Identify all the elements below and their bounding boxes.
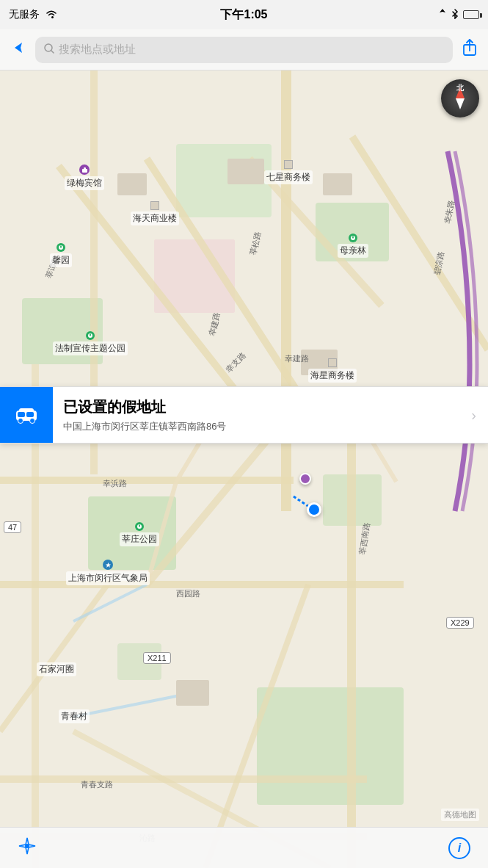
nav-bar: 搜索地点或地址	[0, 29, 488, 70]
map-container[interactable]: 北 莘谭路 莘松路 幸建路 幸建路 幸支路 幸浜路 西园路 莘西南路 青春支路 …	[0, 70, 488, 868]
status-right	[438, 9, 479, 21]
destination-marker	[299, 473, 311, 485]
poi-xinyuan: 馨园	[50, 243, 72, 267]
svg-rect-9	[257, 687, 404, 805]
location-icon	[438, 9, 447, 21]
svg-rect-15	[0, 581, 404, 588]
search-icon	[44, 43, 54, 56]
info-card[interactable]: 已设置的假地址 中国上海市闵行区莘庄镇莘西南路86号 ›	[0, 386, 488, 444]
battery-indicator	[463, 10, 479, 19]
badge-x211: X211	[143, 652, 171, 664]
carrier-label: 无服务	[9, 8, 40, 21]
search-placeholder: 搜索地点或地址	[59, 43, 136, 57]
bluetooth-icon	[451, 9, 459, 21]
svg-line-1	[51, 51, 54, 53]
info-card-icon	[0, 387, 53, 443]
status-bar: 无服务 下午1:05	[0, 0, 488, 29]
svg-rect-38	[227, 159, 264, 184]
poi-fazhi: 法制宣传主题公园	[53, 331, 128, 355]
svg-rect-16	[0, 775, 367, 783]
badge-47: 47	[4, 521, 21, 533]
poi-haixing: 海星商务楼	[308, 358, 357, 383]
back-button[interactable]	[10, 40, 26, 60]
svg-rect-37	[117, 173, 147, 195]
poi-xinzhuanggongyuan: 莘庄公园	[120, 522, 159, 546]
svg-rect-54	[18, 412, 25, 417]
poi-haitian: 海天商业楼	[131, 201, 179, 225]
road-label-xingjian2: 幸建路	[285, 353, 309, 364]
poi-muqinglin: 母亲林	[338, 234, 368, 258]
svg-rect-14	[0, 477, 294, 484]
svg-point-52	[18, 419, 23, 424]
info-card-content: 已设置的假地址 中国上海市闵行区莘庄镇莘西南路86号	[53, 390, 471, 441]
info-card-subtitle: 中国上海市闵行区莘庄镇莘西南路86号	[63, 420, 461, 433]
wifi-icon	[45, 9, 57, 21]
svg-rect-40	[323, 173, 352, 195]
poi-qixing: 七星商务楼	[264, 160, 313, 184]
user-location-marker	[307, 502, 321, 517]
info-button[interactable]: i	[448, 837, 470, 859]
svg-rect-19	[347, 438, 356, 868]
info-card-title: 已设置的假地址	[63, 397, 461, 417]
svg-point-53	[30, 419, 35, 424]
status-time: 下午1:05	[220, 7, 267, 23]
svg-point-56	[25, 844, 29, 848]
poi-qingchun: 青春村	[59, 709, 90, 723]
compass: 北	[441, 79, 479, 117]
map-attribution: 高德地图	[441, 809, 479, 821]
poi-shijia: 石家河圈	[37, 662, 76, 676]
svg-rect-18	[281, 70, 291, 511]
svg-rect-55	[26, 412, 34, 417]
poi-qixiangju: 上海市闵行区气象局	[66, 560, 150, 585]
compass-north-label: 北	[456, 83, 464, 93]
bottom-bar: i	[0, 827, 488, 868]
svg-rect-41	[176, 680, 209, 706]
road-label-xingbang: 幸浜路	[103, 478, 127, 489]
svg-marker-49	[106, 563, 111, 568]
road-label-qingchunzhi: 青春支路	[81, 779, 113, 790]
location-button[interactable]	[18, 836, 37, 860]
poi-lumeibinguan: 绿梅宾馆	[65, 164, 104, 190]
chevron-right-icon: ›	[471, 407, 488, 424]
svg-rect-44	[84, 167, 86, 170]
share-button[interactable]	[462, 39, 478, 60]
badge-x229: X229	[446, 617, 474, 629]
status-left: 无服务	[9, 8, 57, 21]
road-label-xiyuan: 西园路	[176, 588, 200, 599]
search-bar[interactable]: 搜索地点或地址	[35, 37, 453, 63]
